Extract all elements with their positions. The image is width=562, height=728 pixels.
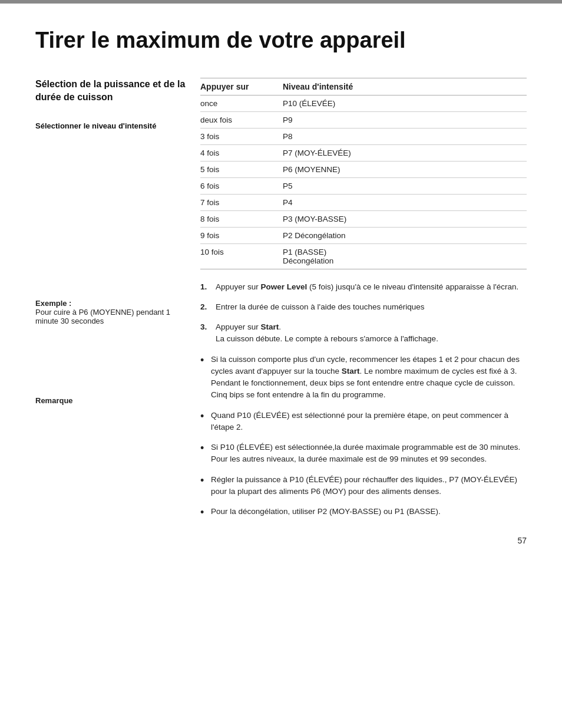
table-header-level: Niveau d'intensité bbox=[283, 78, 527, 95]
bullet-text: Si la cuisson comporte plus d'un cycle, … bbox=[211, 354, 527, 401]
step-text: Appuyer sur Start.La cuisson débute. Le … bbox=[216, 321, 438, 345]
notes-label: Remarque bbox=[35, 396, 189, 405]
page-number: 57 bbox=[517, 536, 527, 545]
table-row: 10 foisP1 (BASSE)Décongélation bbox=[200, 243, 527, 269]
table-row: 3 foisP8 bbox=[200, 128, 527, 144]
table-row: 4 foisP7 (MOY-ÉLEVÉE) bbox=[200, 144, 527, 161]
step-text: Appuyer sur Power Level (5 fois) jusqu'à… bbox=[216, 281, 518, 293]
table-cell-level: P5 bbox=[283, 177, 527, 194]
table-cell-level: P10 (ÉLEVÉE) bbox=[283, 95, 527, 111]
bullet-dot: • bbox=[200, 506, 205, 519]
table-row: 7 foisP4 bbox=[200, 194, 527, 210]
step-number: 1. bbox=[200, 281, 211, 293]
bullet-item: •Régler la puissance à P10 (ÉLEVÉE) pour… bbox=[200, 474, 527, 498]
table-cell-level: P8 bbox=[283, 128, 527, 144]
notes-label-container: Remarque bbox=[35, 396, 189, 405]
table-cell-level: P4 bbox=[283, 194, 527, 210]
example-sub: Pour cuire à P6 (MOYENNE) pendant 1 minu… bbox=[35, 308, 170, 325]
table-cell-press: 5 fois bbox=[200, 161, 283, 177]
table-cell-level: P1 (BASSE)Décongélation bbox=[283, 243, 527, 269]
sub-heading: Sélectionner le niveau d'intensité bbox=[35, 121, 189, 130]
table-cell-level: P7 (MOY-ÉLEVÉE) bbox=[283, 144, 527, 161]
bullet-dot: • bbox=[200, 442, 205, 455]
bullet-item: •Pour la décongélation, utiliser P2 (MOY… bbox=[200, 506, 527, 519]
bullet-dot: • bbox=[200, 475, 205, 487]
right-content: 1.Appuyer sur Power Level (5 fois) jusqu… bbox=[200, 281, 527, 528]
table-cell-press: 4 fois bbox=[200, 144, 283, 161]
table-cell-press: 8 fois bbox=[200, 210, 283, 227]
page-title: Tirer le maximum de votre appareil bbox=[35, 27, 527, 54]
left-section-col: Sélection de la puissance et de la durée… bbox=[35, 78, 200, 269]
table-row: 8 foisP3 (MOY-BASSE) bbox=[200, 210, 527, 227]
step-number: 3. bbox=[200, 321, 211, 345]
bullet-text: Quand P10 (ÉLEVÉE) est sélectionné pour … bbox=[211, 410, 527, 434]
table-cell-press: 7 fois bbox=[200, 194, 283, 210]
step-item: 1.Appuyer sur Power Level (5 fois) jusqu… bbox=[200, 281, 527, 293]
table-row: 5 foisP6 (MOYENNE) bbox=[200, 161, 527, 177]
table-cell-press: deux fois bbox=[200, 111, 283, 128]
table-row: onceP10 (ÉLEVÉE) bbox=[200, 95, 527, 111]
step-item: 3.Appuyer sur Start.La cuisson débute. L… bbox=[200, 321, 527, 345]
bullet-text: Si P10 (ÉLEVÉE) est sélectionnée,la duré… bbox=[211, 442, 527, 466]
table-cell-level: P6 (MOYENNE) bbox=[283, 161, 527, 177]
bullet-dot: • bbox=[200, 410, 205, 423]
table-cell-press: once bbox=[200, 95, 283, 111]
step-text: Entrer la durée de cuisson à l'aide des … bbox=[216, 301, 425, 313]
step-number: 2. bbox=[200, 301, 211, 313]
table-col: Appuyer sur Niveau d'intensité onceP10 (… bbox=[200, 78, 527, 269]
bullet-item: •Si P10 (ÉLEVÉE) est sélectionnée,la dur… bbox=[200, 442, 527, 466]
section-heading: Sélection de la puissance et de la durée… bbox=[35, 78, 189, 104]
table-cell-level: P3 (MOY-BASSE) bbox=[283, 210, 527, 227]
steps-list: 1.Appuyer sur Power Level (5 fois) jusqu… bbox=[200, 281, 527, 345]
example-block: Exemple : Pour cuire à P6 (MOYENNE) pend… bbox=[35, 299, 189, 325]
intensity-table: Appuyer sur Niveau d'intensité onceP10 (… bbox=[200, 78, 527, 269]
table-cell-press: 9 fois bbox=[200, 227, 283, 243]
table-header-press: Appuyer sur bbox=[200, 78, 283, 95]
bullet-item: •Si la cuisson comporte plus d'un cycle,… bbox=[200, 354, 527, 401]
step-item: 2.Entrer la durée de cuisson à l'aide de… bbox=[200, 301, 527, 313]
example-label: Exemple : Pour cuire à P6 (MOYENNE) pend… bbox=[35, 299, 189, 325]
bullet-text: Pour la décongélation, utiliser P2 (MOY-… bbox=[211, 506, 441, 518]
bullet-text: Régler la puissance à P10 (ÉLEVÉE) pour … bbox=[211, 474, 527, 498]
table-cell-press: 3 fois bbox=[200, 128, 283, 144]
left-labels: Exemple : Pour cuire à P6 (MOYENNE) pend… bbox=[35, 281, 200, 528]
table-row: 9 foisP2 Décongélation bbox=[200, 227, 527, 243]
table-cell-level: P2 Décongélation bbox=[283, 227, 527, 243]
table-row: deux foisP9 bbox=[200, 111, 527, 128]
table-cell-press: 6 fois bbox=[200, 177, 283, 194]
bullet-list: •Si la cuisson comporte plus d'un cycle,… bbox=[200, 354, 527, 519]
table-row: 6 foisP5 bbox=[200, 177, 527, 194]
main-content: Exemple : Pour cuire à P6 (MOYENNE) pend… bbox=[35, 281, 527, 528]
table-cell-level: P9 bbox=[283, 111, 527, 128]
page-container: Tirer le maximum de votre appareil Sélec… bbox=[0, 4, 562, 563]
bullet-item: •Quand P10 (ÉLEVÉE) est sélectionné pour… bbox=[200, 410, 527, 434]
bullet-dot: • bbox=[200, 354, 205, 367]
table-cell-press: 10 fois bbox=[200, 243, 283, 269]
content-layout: Sélection de la puissance et de la durée… bbox=[35, 78, 527, 269]
